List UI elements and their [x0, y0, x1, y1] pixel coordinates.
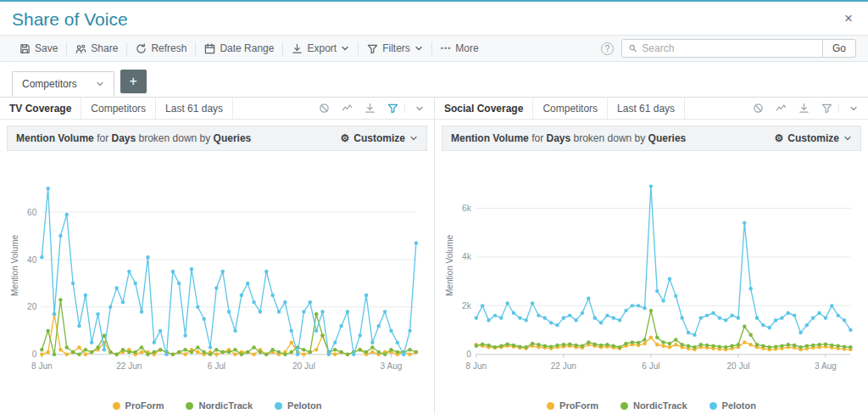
panel-scope-tab[interactable]: Competitors	[533, 98, 608, 119]
panel-range-tab[interactable]: Last 61 days	[156, 98, 233, 119]
toolbar-divider	[126, 42, 127, 55]
filter-icon[interactable]	[815, 103, 838, 114]
download-icon	[292, 43, 303, 54]
toolbar-divider	[358, 42, 359, 55]
panel-scope-tab[interactable]: Competitors	[81, 98, 156, 119]
refresh-icon	[136, 43, 147, 54]
legend-item-proform[interactable]: ProForm	[547, 400, 598, 411]
refresh-button[interactable]: Refresh	[128, 39, 194, 58]
svg-text:20 Jul: 20 Jul	[726, 361, 749, 371]
chart-legend: ProFormNordicTrackPeloton	[435, 397, 868, 414]
alerts-disabled-icon[interactable]	[747, 103, 770, 114]
more-dots-icon: •••	[441, 44, 451, 53]
alerts-disabled-icon[interactable]	[313, 103, 336, 114]
svg-text:22 Jun: 22 Jun	[116, 361, 142, 371]
legend-item-nordictrack[interactable]: NordicTrack	[186, 400, 253, 411]
panel-header-icons	[313, 98, 434, 119]
collapse-chevron-icon[interactable]	[404, 104, 434, 113]
go-button[interactable]: Go	[823, 39, 856, 58]
legend-dot-icon	[547, 402, 554, 410]
legend-item-proform[interactable]: ProForm	[113, 400, 164, 411]
date-range-button[interactable]: Date Range	[197, 39, 281, 58]
download-icon[interactable]	[359, 103, 381, 114]
line-chart-icon[interactable]	[336, 103, 359, 114]
legend-dot-icon	[186, 402, 193, 410]
customize-button[interactable]: ⚙ Customize	[341, 132, 418, 144]
search-area: Go	[621, 39, 856, 58]
calendar-icon	[204, 43, 215, 54]
save-icon	[19, 43, 31, 54]
collapse-chevron-icon[interactable]	[838, 104, 868, 113]
download-icon[interactable]	[793, 103, 815, 114]
page-title: Share of Voice	[12, 9, 128, 30]
chart-config-text: Mention Volume for Days broken down by Q…	[451, 132, 686, 144]
filter-icon	[367, 43, 378, 54]
svg-text:3 Aug: 3 Aug	[815, 361, 837, 371]
more-button[interactable]: ••• More	[433, 39, 487, 58]
svg-text:2k: 2k	[462, 301, 472, 310]
gear-icon: ⚙	[775, 132, 784, 144]
share-button[interactable]: Share	[68, 39, 125, 58]
toolbar: Save Share Refresh Date Range Export Fil…	[0, 35, 868, 62]
legend-item-peloton[interactable]: Peloton	[709, 400, 756, 411]
chart-config-bar: Mention Volume for Days broken down by Q…	[7, 126, 427, 151]
legend-dot-icon	[275, 402, 282, 410]
svg-text:40: 40	[27, 255, 37, 265]
svg-text:22 Jun: 22 Jun	[551, 361, 576, 371]
help-icon[interactable]: ?	[601, 42, 614, 55]
legend-dot-icon	[113, 402, 120, 410]
save-button[interactable]: Save	[12, 39, 65, 58]
toolbar-divider	[66, 42, 67, 55]
svg-text:Mention Volume: Mention Volume	[445, 234, 454, 296]
svg-text:8 Jun: 8 Jun	[31, 361, 53, 371]
add-tab-button[interactable]: +	[120, 70, 147, 93]
tab-bar: Competitors +	[0, 62, 868, 98]
tv-coverage-chart[interactable]: 02040608 Jun22 Jun6 Jul20 Jul3 AugMentio…	[8, 165, 426, 373]
svg-text:Mention Volume: Mention Volume	[10, 234, 19, 296]
legend-item-peloton[interactable]: Peloton	[275, 400, 321, 411]
panel-header: Social Coverage Competitors Last 61 days	[435, 98, 868, 120]
search-icon	[629, 44, 637, 53]
chart-config-text: Mention Volume for Days broken down by Q…	[16, 132, 251, 144]
customize-button[interactable]: ⚙ Customize	[775, 132, 852, 144]
svg-text:20: 20	[27, 302, 37, 311]
svg-text:60: 60	[27, 208, 37, 217]
toolbar-divider	[282, 42, 283, 55]
svg-text:6k: 6k	[462, 204, 472, 213]
chevron-down-icon	[341, 44, 349, 53]
panel-header-icons	[747, 98, 868, 119]
chart-legend: ProFormNordicTrackPeloton	[0, 397, 434, 414]
filter-icon[interactable]	[381, 103, 404, 114]
svg-text:6 Jul: 6 Jul	[208, 361, 225, 371]
panel-tv-coverage: TV Coverage Competitors Last 61 days	[0, 98, 434, 414]
svg-text:8 Jun: 8 Jun	[465, 361, 487, 371]
panel-social-coverage: Social Coverage Competitors Last 61 days	[434, 98, 868, 414]
panel-title: Social Coverage	[435, 98, 533, 119]
chevron-down-icon	[843, 134, 852, 143]
panel-range-tab[interactable]: Last 61 days	[608, 98, 685, 119]
legend-dot-icon	[709, 402, 717, 410]
svg-text:20 Jul: 20 Jul	[292, 361, 315, 371]
share-icon	[75, 43, 86, 54]
chevron-down-icon	[96, 80, 104, 88]
filters-button[interactable]: Filters	[359, 39, 431, 58]
tab-competitors[interactable]: Competitors	[12, 71, 114, 97]
export-button[interactable]: Export	[284, 39, 357, 58]
page-header: Share of Voice ×	[0, 0, 868, 35]
chart-area: 02k4k6k8 Jun22 Jun6 Jul20 Jul3 AugMentio…	[435, 151, 868, 397]
legend-item-nordictrack[interactable]: NordicTrack	[620, 400, 687, 411]
svg-text:3 Aug: 3 Aug	[381, 361, 403, 371]
svg-text:4k: 4k	[462, 252, 472, 261]
line-chart-icon[interactable]	[770, 103, 793, 114]
panel-header: TV Coverage Competitors Last 61 days	[0, 98, 434, 120]
search-input[interactable]	[642, 42, 815, 54]
panel-title: TV Coverage	[0, 98, 81, 119]
svg-text:6 Jul: 6 Jul	[642, 361, 659, 371]
close-icon[interactable]: ×	[841, 9, 856, 27]
toolbar-divider	[195, 42, 196, 55]
chart-area: 02040608 Jun22 Jun6 Jul20 Jul3 AugMentio…	[0, 151, 434, 397]
panels-container: TV Coverage Competitors Last 61 days	[0, 98, 868, 414]
chevron-down-icon	[415, 44, 423, 53]
svg-text:0: 0	[32, 350, 37, 359]
social-coverage-chart[interactable]: 02k4k6k8 Jun22 Jun6 Jul20 Jul3 AugMentio…	[443, 165, 860, 373]
